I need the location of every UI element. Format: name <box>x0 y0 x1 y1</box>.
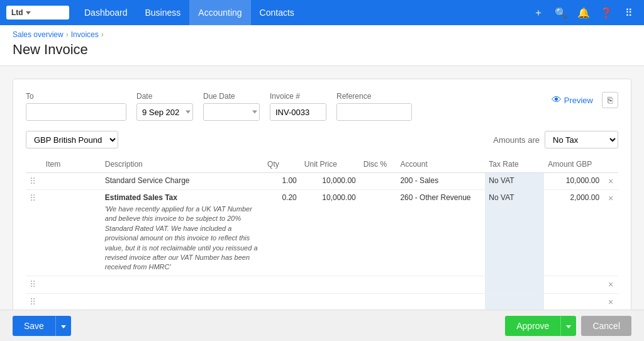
save-button-group: Save <box>13 316 71 336</box>
copy-button[interactable]: ⎘ <box>602 92 618 108</box>
brand-logo[interactable]: Ltd <box>6 6 69 20</box>
to-input[interactable] <box>26 103 126 121</box>
currency-select-group: GBP British Pound <box>26 131 118 148</box>
row1-description[interactable]: Standard Service Charge <box>101 173 264 190</box>
due-date-label: Due Date <box>203 92 260 101</box>
row3-disc[interactable] <box>360 276 397 293</box>
due-date-wrapper <box>203 103 260 121</box>
amounts-are-select[interactable]: No Tax Tax Exclusive Tax Inclusive <box>545 131 618 148</box>
row4-delete[interactable]: × <box>603 293 618 311</box>
amounts-are-label: Amounts are <box>493 135 540 145</box>
row1-qty[interactable]: 1.00 <box>264 173 301 190</box>
help-icon[interactable]: ❓ <box>597 4 615 21</box>
row3-qty[interactable] <box>264 276 301 293</box>
row4-drag: ⠿ <box>26 293 42 311</box>
row3-item[interactable] <box>42 276 101 293</box>
currency-select[interactable]: GBP British Pound <box>26 131 118 148</box>
row2-desc-title: Estimated Sales Tax <box>105 193 260 202</box>
row1-tax-rate[interactable]: No VAT <box>485 173 544 190</box>
row2-tax-rate[interactable]: No VAT <box>485 190 544 276</box>
breadcrumb-sep1: › <box>66 30 69 39</box>
row1-item[interactable] <box>42 173 101 190</box>
invoice-num-group: Invoice # <box>270 92 326 121</box>
row1-account[interactable]: 200 - Sales <box>396 173 485 190</box>
due-date-dropdown-arrow[interactable] <box>252 111 257 114</box>
approve-dropdown-button[interactable] <box>560 316 576 336</box>
row2-delete[interactable]: × <box>603 190 618 276</box>
grid-icon[interactable]: ⠿ <box>620 4 638 21</box>
col-header-tax: Tax Rate <box>485 156 544 173</box>
nav-accounting[interactable]: Accounting <box>189 0 250 25</box>
row3-unit[interactable] <box>301 276 360 293</box>
brand-dropdown-arrow <box>26 11 31 14</box>
row4-desc[interactable] <box>101 293 264 311</box>
date-group: Date <box>136 92 193 121</box>
eye-icon: 👁 <box>552 94 562 106</box>
nav-actions: ＋ 🔍 🔔 ❓ ⠿ <box>530 4 638 21</box>
row1-delete[interactable]: × <box>603 173 618 190</box>
row2-amount: 2,000.00 <box>544 190 603 276</box>
date-dropdown-arrow[interactable] <box>186 111 191 114</box>
nav-dashboard[interactable]: Dashboard <box>75 0 136 25</box>
amounts-are-group: Amounts are No Tax Tax Exclusive Tax Inc… <box>493 131 618 148</box>
save-chevron-icon <box>61 325 66 328</box>
add-icon[interactable]: ＋ <box>530 4 547 21</box>
nav-business[interactable]: Business <box>136 0 190 25</box>
row4-qty[interactable] <box>264 293 301 311</box>
row2-item[interactable] <box>42 190 101 276</box>
row3-tax[interactable] <box>485 276 544 293</box>
row1-disc[interactable] <box>360 173 397 190</box>
date-input[interactable] <box>136 103 193 121</box>
save-button[interactable]: Save <box>13 316 55 336</box>
reference-label: Reference <box>336 92 412 101</box>
row2-item-input[interactable] <box>46 193 97 202</box>
table-row: ⠿ Standard Service Charge 1.00 10,000.00… <box>26 173 618 190</box>
row3-delete[interactable]: × <box>603 276 618 293</box>
preview-button[interactable]: 👁 Preview <box>547 92 598 108</box>
breadcrumb-invoices[interactable]: Invoices <box>71 30 99 39</box>
row1-item-input[interactable] <box>46 176 97 185</box>
row2-disc[interactable] <box>360 190 397 276</box>
bell-icon[interactable]: 🔔 <box>575 4 592 21</box>
row4-item[interactable] <box>42 293 101 311</box>
row4-tax[interactable] <box>485 293 544 311</box>
row1-drag-handle[interactable]: ⠿ <box>26 173 42 190</box>
reference-input[interactable] <box>336 103 412 121</box>
row4-unit[interactable] <box>301 293 360 311</box>
approve-chevron-icon <box>566 325 571 328</box>
row4-disc[interactable] <box>360 293 397 311</box>
invoice-input[interactable] <box>270 103 326 121</box>
to-group: To <box>26 92 126 121</box>
main-content: To Date Due Date Invoice # <box>0 66 644 341</box>
breadcrumb: Sales overview › Invoices › <box>13 30 631 39</box>
col-header-account: Account <box>396 156 485 173</box>
row2-description[interactable]: Estimated Sales Tax 'We have recently ap… <box>101 190 264 276</box>
table-body: ⠿ Standard Service Charge 1.00 10,000.00… <box>26 173 618 329</box>
form-fields-row: To Date Due Date Invoice # <box>26 92 618 121</box>
row2-unit-price[interactable]: 10,000.00 <box>301 190 360 276</box>
row1-unit-price[interactable]: 10,000.00 <box>301 173 360 190</box>
nav-contacts[interactable]: Contacts <box>251 0 303 25</box>
row2-drag-handle[interactable]: ⠿ <box>26 190 42 276</box>
row2-account[interactable]: 260 - Other Revenue <box>396 190 485 276</box>
row3-account[interactable] <box>396 276 485 293</box>
breadcrumb-sales[interactable]: Sales overview <box>13 30 64 39</box>
row1-amount: 10,000.00 <box>544 173 603 190</box>
table-header: Item Description Qty Unit Price Disc % A… <box>26 156 618 173</box>
col-header-item: Item <box>42 156 101 173</box>
due-date-input[interactable] <box>203 103 260 121</box>
row2-qty[interactable]: 0.20 <box>264 190 301 276</box>
brand-name: Ltd <box>11 8 23 17</box>
cancel-button[interactable]: Cancel <box>581 316 631 336</box>
approve-button[interactable]: Approve <box>505 316 560 336</box>
row4-account[interactable] <box>396 293 485 311</box>
invoice-label: Invoice # <box>270 92 326 101</box>
row2-desc-note: 'We have recently applied for a UK VAT N… <box>105 204 260 272</box>
currency-amounts-row: GBP British Pound Amounts are No Tax Tax… <box>26 131 618 148</box>
invoice-card: To Date Due Date Invoice # <box>13 79 631 341</box>
page-header: Sales overview › Invoices › New Invoice <box>0 25 644 66</box>
search-icon[interactable]: 🔍 <box>552 4 570 21</box>
col-header-amount: Amount GBP <box>544 156 603 173</box>
row3-desc[interactable] <box>101 276 264 293</box>
save-dropdown-button[interactable] <box>55 316 71 336</box>
